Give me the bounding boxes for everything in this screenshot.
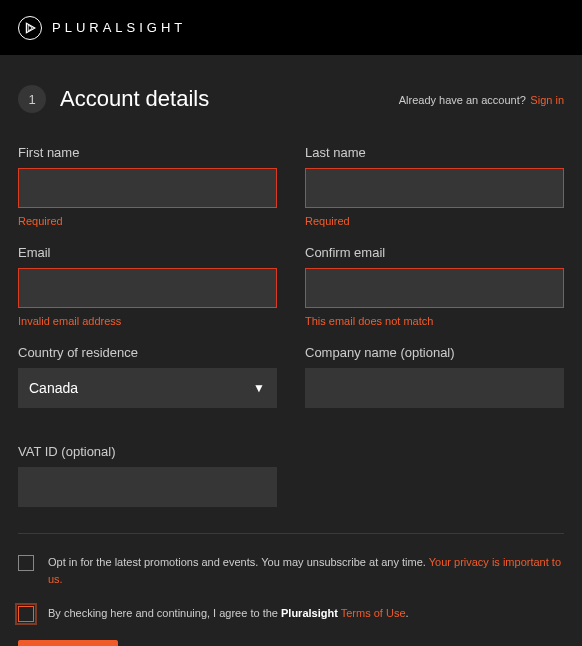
terms-text-pre: By checking here and continuing, I agree… [48, 607, 281, 619]
vat-label: VAT ID (optional) [18, 444, 277, 459]
continue-button[interactable]: Continue [18, 640, 118, 646]
last-name-input[interactable] [305, 168, 564, 208]
form-content: 1 Account details Already have an accoun… [0, 55, 582, 646]
vat-input[interactable] [18, 467, 277, 507]
promo-checkbox[interactable] [18, 555, 34, 571]
promo-consent-text: Opt in for the latest promotions and eve… [48, 554, 564, 587]
promo-text-pre: Opt in for the latest promotions and eve… [48, 556, 429, 568]
divider [18, 533, 564, 534]
company-field: Company name (optional) [305, 345, 564, 426]
form-grid: First name Required Last name Required E… [18, 145, 564, 507]
country-select[interactable]: Canada [18, 368, 277, 408]
vat-field: VAT ID (optional) [18, 444, 277, 507]
brand-name: PLURALSIGHT [52, 20, 186, 35]
first-name-input[interactable] [18, 168, 277, 208]
confirm-email-error: This email does not match [305, 315, 564, 327]
first-name-label: First name [18, 145, 277, 160]
terms-consent-row: By checking here and continuing, I agree… [18, 605, 564, 622]
company-input[interactable] [305, 368, 564, 408]
country-field: Country of residence Canada ▼ [18, 345, 277, 426]
terms-brand: Pluralsight [281, 607, 338, 619]
email-field: Email Invalid email address [18, 245, 277, 327]
first-name-error: Required [18, 215, 277, 227]
play-triangle-icon [18, 16, 42, 40]
last-name-label: Last name [305, 145, 564, 160]
country-label: Country of residence [18, 345, 277, 360]
terms-checkbox[interactable] [18, 606, 34, 622]
country-error [18, 415, 277, 426]
step-badge: 1 [18, 85, 46, 113]
terms-consent-text: By checking here and continuing, I agree… [48, 605, 409, 622]
company-error [305, 415, 564, 426]
company-label: Company name (optional) [305, 345, 564, 360]
confirm-email-input[interactable] [305, 268, 564, 308]
last-name-field: Last name Required [305, 145, 564, 227]
promo-consent-row: Opt in for the latest promotions and eve… [18, 554, 564, 587]
app-header: PLURALSIGHT [0, 0, 582, 55]
email-error: Invalid email address [18, 315, 277, 327]
terms-of-use-link[interactable]: Terms of Use [341, 607, 406, 619]
brand-logo: PLURALSIGHT [18, 16, 186, 40]
last-name-error: Required [305, 215, 564, 227]
first-name-field: First name Required [18, 145, 277, 227]
page-title: Account details [60, 86, 209, 112]
signin-link[interactable]: Sign in [530, 94, 564, 106]
email-input[interactable] [18, 268, 277, 308]
email-label: Email [18, 245, 277, 260]
confirm-email-label: Confirm email [305, 245, 564, 260]
title-row: 1 Account details Already have an accoun… [18, 85, 564, 113]
signin-prompt: Already have an account? [399, 94, 526, 106]
terms-suffix: . [406, 607, 409, 619]
confirm-email-field: Confirm email This email does not match [305, 245, 564, 327]
